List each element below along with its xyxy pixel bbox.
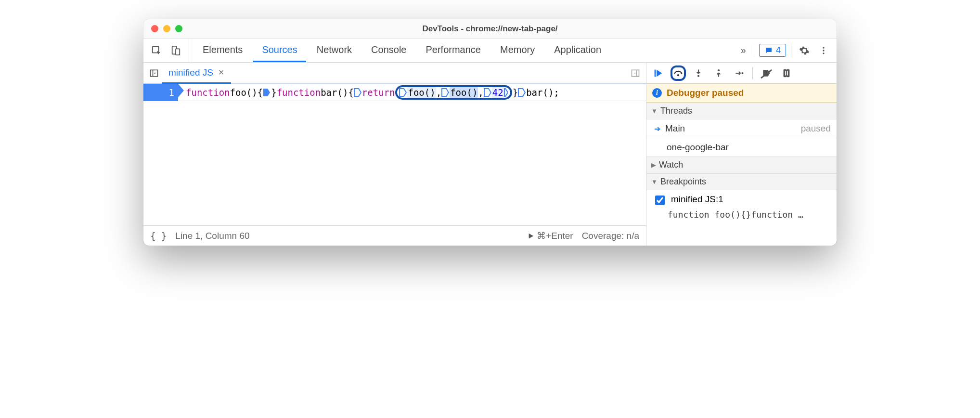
tab-elements[interactable]: Elements	[194, 39, 251, 62]
disclosure-triangle-icon: ▶	[651, 161, 656, 169]
punct: ,	[436, 87, 441, 98]
debugger-toolbar	[646, 63, 837, 84]
more-tabs-button[interactable]: »	[738, 43, 749, 58]
tab-sources[interactable]: Sources	[253, 39, 306, 62]
line-gutter[interactable]: 1	[143, 84, 178, 101]
close-tab-button[interactable]: ✕	[218, 68, 224, 77]
thread-status: paused	[801, 123, 831, 134]
file-tabbar: minified JS ✕	[143, 63, 646, 84]
step-into-button[interactable]	[691, 65, 706, 81]
thread-one-google-bar[interactable]: one-google-bar	[646, 138, 837, 157]
thread-name: one-google-bar	[667, 142, 729, 153]
panel-tabs: Elements Sources Network Console Perform…	[194, 39, 733, 62]
section-watch[interactable]: ▶ Watch	[646, 157, 837, 173]
pause-exceptions-icon	[781, 68, 792, 78]
code-editor[interactable]: 1 function foo(){}function bar(){return …	[143, 84, 646, 225]
tab-memory[interactable]: Memory	[491, 39, 543, 62]
current-thread-arrow-icon: ➔	[654, 124, 660, 133]
punct: }	[513, 87, 518, 98]
run-snippet-hint: ⌘+Enter	[528, 230, 573, 241]
keyword: function	[277, 87, 321, 98]
window-zoom-button[interactable]	[175, 25, 182, 32]
step-over-button[interactable]	[671, 65, 686, 81]
punct: ()	[246, 87, 258, 98]
breakpoint-marker-icon	[484, 88, 491, 97]
info-icon: i	[652, 88, 662, 98]
coverage-status: Coverage: n/a	[582, 231, 639, 241]
tab-performance[interactable]: Performance	[417, 39, 490, 62]
issues-button[interactable]: 4	[759, 44, 786, 57]
line-number: 1	[169, 87, 174, 98]
inspect-element-button[interactable]	[148, 42, 165, 59]
breakpoint-marker-icon	[518, 88, 526, 97]
punct: }	[271, 87, 276, 98]
identifier: bar	[321, 87, 337, 98]
breakpoint-code-preview: function foo(){}function …	[646, 209, 837, 222]
sources-pane: minified JS ✕ 1 function foo(){}function…	[143, 63, 646, 246]
breakpoint-icon	[761, 68, 771, 78]
deactivate-breakpoints-button[interactable]	[759, 65, 774, 81]
resume-icon	[653, 68, 663, 78]
cursor-position: Line 1, Column 60	[175, 231, 249, 241]
step-button[interactable]	[731, 65, 747, 81]
code-content: function foo(){}function bar(){return fo…	[178, 84, 646, 101]
punct: ,	[478, 87, 483, 98]
breakpoint-item[interactable]: minified JS:1	[646, 190, 837, 209]
debugger-paused-banner: i Debugger paused	[646, 84, 837, 103]
debugger-toggle-button[interactable]	[629, 66, 642, 80]
breakpoint-marker-icon	[399, 88, 407, 97]
thread-main[interactable]: ➔ Main paused	[646, 119, 837, 138]
kebab-icon	[819, 46, 828, 55]
step-out-button[interactable]	[711, 65, 726, 81]
svg-point-3	[823, 47, 824, 48]
breakpoint-marker-icon	[504, 88, 508, 97]
svg-rect-14	[787, 71, 788, 75]
issues-icon	[764, 46, 773, 55]
debugger-pane: i Debugger paused ▼ Threads ➔ Main pause…	[646, 63, 837, 246]
file-tab-minified-js[interactable]: minified JS ✕	[162, 63, 231, 84]
editor-statusbar: { } Line 1, Column 60 ⌘+Enter Coverage: …	[143, 225, 646, 246]
literal: 42	[492, 87, 504, 98]
tab-network[interactable]: Network	[308, 39, 361, 62]
call-expr: foo()	[407, 87, 436, 98]
call-expr: foo()	[450, 87, 478, 98]
svg-point-12	[741, 72, 743, 74]
thread-name: Main	[665, 123, 685, 134]
tab-application[interactable]: Application	[545, 39, 610, 62]
pause-on-exceptions-button[interactable]	[779, 65, 794, 81]
file-tab-label: minified JS	[168, 67, 213, 78]
svg-point-9	[677, 74, 679, 76]
pretty-print-button[interactable]: { }	[150, 231, 167, 241]
breakpoint-label: minified JS:1	[671, 194, 723, 205]
window-minimize-button[interactable]	[163, 25, 170, 32]
play-icon	[528, 233, 534, 239]
window-close-button[interactable]	[151, 25, 158, 32]
section-breakpoints[interactable]: ▼ Breakpoints	[646, 173, 837, 190]
section-title: Breakpoints	[660, 177, 706, 187]
settings-button[interactable]	[796, 42, 812, 59]
highlighted-return-expr: foo(),foo(),42	[395, 85, 512, 100]
resume-button[interactable]	[650, 65, 666, 81]
breakpoint-marker-icon	[441, 88, 449, 97]
main-toolbar: Elements Sources Network Console Perform…	[143, 39, 837, 63]
svg-point-11	[718, 69, 720, 71]
navigator-toggle-button[interactable]	[147, 66, 161, 80]
run-hint-text: ⌘+Enter	[537, 231, 573, 241]
window-traffic-lights	[143, 25, 182, 32]
devtools-window: DevTools - chrome://new-tab-page/ Elemen…	[143, 19, 837, 246]
window-titlebar: DevTools - chrome://new-tab-page/	[143, 19, 837, 39]
toolbar-divider	[752, 67, 753, 79]
step-icon	[734, 68, 744, 78]
section-threads[interactable]: ▼ Threads	[646, 103, 837, 119]
identifier: foo	[230, 87, 246, 98]
paused-label: Debugger paused	[667, 88, 744, 98]
device-toolbar-button[interactable]	[168, 42, 184, 59]
tab-console[interactable]: Console	[362, 39, 415, 62]
more-options-button[interactable]	[815, 42, 832, 59]
window-title: DevTools - chrome://new-tab-page/	[143, 24, 837, 34]
gear-icon	[799, 45, 810, 56]
punct: {	[348, 87, 353, 98]
toolbar-divider	[791, 44, 791, 57]
step-out-icon	[714, 68, 723, 78]
breakpoint-checkbox[interactable]	[655, 196, 665, 205]
